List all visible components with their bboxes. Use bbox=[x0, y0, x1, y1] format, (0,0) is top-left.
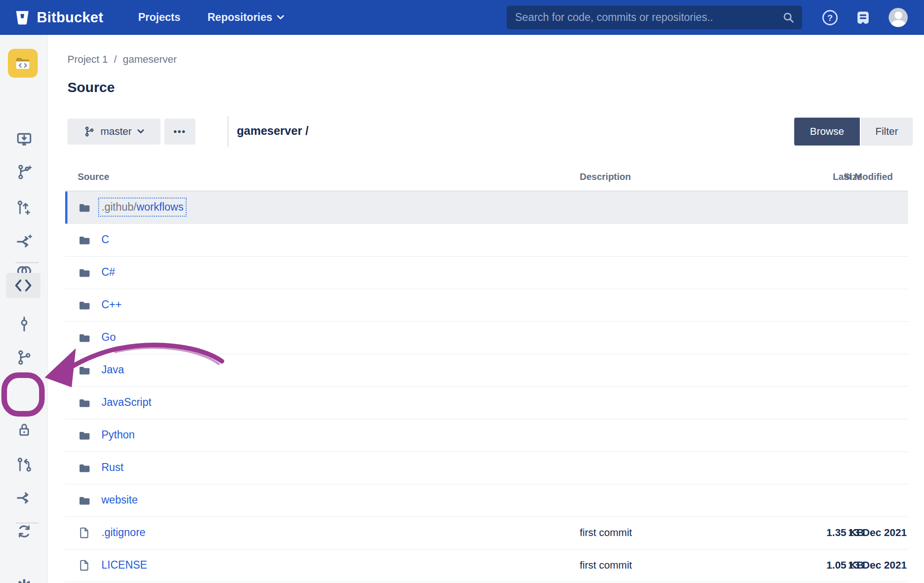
folder-link[interactable]: C# bbox=[101, 266, 115, 278]
table-row: C++ bbox=[65, 289, 908, 322]
user-avatar[interactable] bbox=[889, 8, 908, 27]
folder-link[interactable]: C bbox=[101, 233, 109, 246]
file-table: Source Description Size Last Modified .g… bbox=[65, 165, 908, 582]
sidebar-item-clone[interactable] bbox=[0, 131, 48, 148]
sidebar-divider-top bbox=[15, 262, 39, 263]
column-header-description: Description bbox=[580, 172, 631, 182]
file-table-body: .github/workflowsCC#C++GoJavaJavaScriptP… bbox=[65, 192, 908, 582]
folder-icon bbox=[78, 234, 91, 247]
file-link[interactable]: LICENSE bbox=[101, 559, 147, 571]
avatar-silhouette bbox=[895, 12, 902, 19]
feedback-button[interactable] bbox=[853, 7, 873, 28]
chevron-down-icon bbox=[137, 129, 144, 134]
table-row: website bbox=[65, 484, 908, 517]
repository-folder-icon bbox=[13, 54, 32, 73]
source-code-icon bbox=[14, 278, 33, 293]
search-icon[interactable] bbox=[783, 12, 795, 24]
table-row: JavaScript bbox=[65, 387, 908, 419]
table-row: Go bbox=[65, 322, 908, 354]
security-lock-icon bbox=[16, 422, 33, 438]
table-row: Java bbox=[65, 354, 908, 387]
file-link[interactable]: .gitignore bbox=[101, 526, 146, 539]
folder-link[interactable]: JavaScript bbox=[101, 396, 151, 409]
file-table-header: Source Description Size Last Modified bbox=[65, 165, 908, 192]
nav-projects[interactable]: Projects bbox=[138, 0, 181, 35]
sidebar-item-fork[interactable] bbox=[0, 233, 48, 250]
column-header-source: Source bbox=[78, 172, 109, 182]
help-button[interactable]: ? bbox=[820, 7, 840, 28]
breadcrumb-project[interactable]: Project 1 bbox=[67, 53, 108, 66]
sidebar-item-source[interactable] bbox=[6, 273, 40, 298]
create-pull-request-icon bbox=[16, 199, 33, 216]
folder-link[interactable]: .github/workflows bbox=[101, 201, 183, 213]
left-sidebar bbox=[0, 35, 48, 583]
more-actions-button[interactable]: ••• bbox=[164, 119, 195, 145]
feedback-icon bbox=[855, 9, 871, 26]
table-row: Rust bbox=[65, 452, 908, 484]
toolbar-divider bbox=[228, 116, 228, 147]
sidebar-item-settings[interactable] bbox=[0, 578, 48, 583]
breadcrumb-repo[interactable]: gameserver bbox=[123, 53, 177, 66]
svg-text:?: ? bbox=[827, 13, 833, 23]
folder-link[interactable]: C++ bbox=[101, 298, 121, 311]
nav-repositories[interactable]: Repositories bbox=[208, 0, 284, 35]
sidebar-item-create-pull-request[interactable] bbox=[0, 199, 48, 216]
browse-button[interactable]: Browse bbox=[794, 118, 860, 146]
folder-icon bbox=[78, 299, 91, 312]
sidebar-item-security[interactable] bbox=[0, 422, 48, 438]
sidebar-item-create-branch[interactable] bbox=[0, 164, 48, 180]
row-last-modified: 13 Dec 2021 bbox=[848, 527, 907, 539]
search-input[interactable] bbox=[507, 11, 783, 24]
sidebar-divider-bottom bbox=[15, 523, 39, 523]
bitbucket-bucket-icon bbox=[14, 9, 31, 26]
sidebar-item-branches[interactable] bbox=[0, 349, 48, 366]
sidebar-item-repository[interactable] bbox=[8, 49, 38, 78]
folder-link[interactable]: website bbox=[101, 494, 138, 506]
folder-link[interactable]: Python bbox=[101, 429, 135, 441]
forks-icon bbox=[16, 490, 33, 506]
fork-repo-icon bbox=[16, 233, 33, 250]
sidebar-item-pull-requests[interactable] bbox=[0, 457, 48, 473]
table-row: .github/workflows bbox=[65, 192, 908, 224]
row-last-modified: 13 Dec 2021 bbox=[848, 559, 907, 571]
row-description: first commit bbox=[580, 527, 632, 539]
filter-button[interactable]: Filter bbox=[861, 118, 913, 146]
chevron-down-icon bbox=[277, 15, 284, 20]
breadcrumb-separator: / bbox=[114, 53, 117, 66]
sidebar-item-forks[interactable] bbox=[0, 490, 48, 506]
branch-selector-button[interactable]: master bbox=[67, 119, 161, 145]
create-branch-icon bbox=[16, 164, 33, 180]
logo-text: Bitbucket bbox=[37, 9, 103, 26]
folder-icon bbox=[78, 201, 91, 214]
builds-sync-icon bbox=[16, 523, 33, 540]
source-toolbar: master ••• gameserver / Browse Filter bbox=[67, 118, 924, 146]
commits-icon bbox=[16, 316, 33, 332]
branch-icon bbox=[84, 126, 95, 137]
branches-icon bbox=[16, 349, 33, 366]
page-title: Source bbox=[67, 80, 115, 95]
pull-requests-icon bbox=[16, 457, 33, 473]
column-header-last-modified: Last Modified bbox=[833, 172, 893, 182]
row-description: first commit bbox=[580, 559, 632, 571]
table-row: C# bbox=[65, 257, 908, 289]
table-row: C bbox=[65, 224, 908, 257]
table-row: Python bbox=[65, 419, 908, 452]
folder-icon bbox=[78, 429, 91, 442]
sidebar-item-commits[interactable] bbox=[0, 316, 48, 332]
repo-path-label: gameserver / bbox=[237, 124, 308, 138]
folder-link[interactable]: Rust bbox=[101, 461, 123, 474]
folder-icon bbox=[78, 331, 91, 344]
folder-link[interactable]: Java bbox=[101, 364, 124, 376]
folder-link[interactable]: Go bbox=[101, 331, 116, 344]
table-row: .gitignorefirst commit1.35 KB13 Dec 2021 bbox=[65, 517, 908, 550]
sidebar-item-builds[interactable] bbox=[0, 523, 48, 540]
file-icon bbox=[78, 527, 91, 540]
bitbucket-logo[interactable]: Bitbucket bbox=[14, 0, 103, 35]
top-navbar: Bitbucket Projects Repositories ? bbox=[0, 0, 924, 35]
folder-icon bbox=[78, 364, 91, 377]
table-row: LICENSEfirst commit1.05 KB13 Dec 2021 bbox=[65, 550, 908, 582]
folder-icon bbox=[78, 494, 91, 507]
folder-icon bbox=[78, 266, 91, 279]
breadcrumb: Project 1 / gameserver bbox=[67, 53, 177, 66]
clone-icon bbox=[16, 131, 33, 148]
